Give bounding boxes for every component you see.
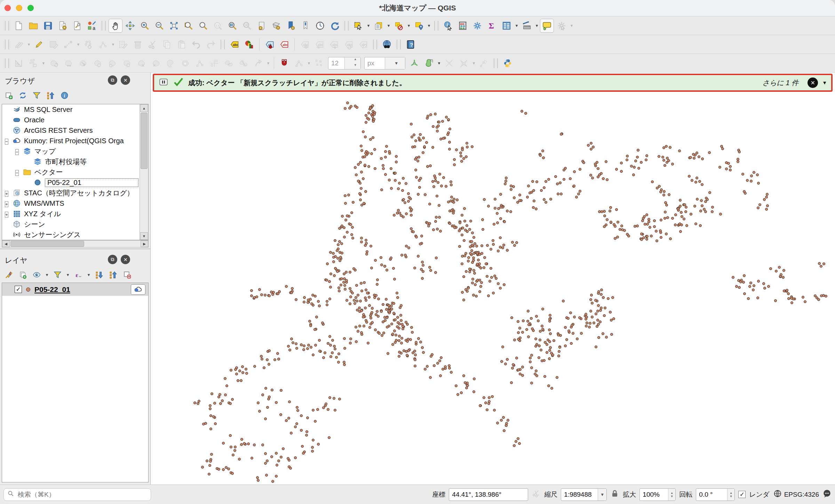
vertex-tool-dropdown-icon[interactable]: ▾ [111,42,116,47]
browser-hscrollbar[interactable]: ◀ ▶ [2,240,149,247]
redo-icon[interactable] [204,38,218,51]
snapping-mode-dropdown-icon[interactable]: ▾ [307,60,311,66]
expand-icon[interactable]: + [5,191,8,197]
new-map-view-icon[interactable] [255,19,269,33]
filter-by-expression-dropdown-icon[interactable]: ▾ [86,272,91,277]
cad-tools-icon[interactable] [12,56,26,70]
temporal-controller-icon[interactable] [313,19,327,33]
browser-tree-item-[interactable]: シーン [2,219,148,229]
move-feature-icon[interactable] [47,56,61,70]
toolbar-grip[interactable] [5,40,9,49]
browser-tree-item-[interactable]: センサーシングス [2,229,148,240]
scroll-up-icon[interactable]: ▲ [140,104,148,112]
scroll-left-icon[interactable]: ◀ [2,241,10,247]
pin-labels-diagrams-icon[interactable]: ab [263,38,277,51]
spin-arrows[interactable]: ▲▼ [668,489,675,501]
snapping-on-grid-icon[interactable] [312,56,326,70]
zoom-native-icon[interactable]: 1:1 [211,19,225,33]
collapse-all-layers-icon[interactable] [107,269,119,281]
copy-move-feature-icon[interactable] [61,56,75,70]
delete-selected-icon[interactable] [131,38,145,51]
filter-legend-icon[interactable] [51,269,63,281]
help-contents-icon[interactable]: ? [404,38,418,51]
measure-line-icon[interactable] [520,19,534,33]
delete-part-icon[interactable] [164,56,177,70]
float-icon[interactable]: ⧉ [108,255,117,264]
toolbar-grip[interactable] [434,21,438,31]
search-box[interactable] [3,488,151,501]
render-checkbox[interactable]: ✓ [738,491,746,498]
collapse-all-browser-icon[interactable] [45,89,56,101]
cut-features-icon[interactable] [145,38,159,51]
rotation-spinbox[interactable]: 0.0 ° ▲▼ [696,488,735,501]
measure-line-dropdown-icon[interactable]: ▾ [534,23,539,28]
toolbar-grip[interactable] [397,40,401,49]
snapping-intersection-icon[interactable] [442,56,456,70]
simplify-feature-icon[interactable] [90,56,104,70]
project-open-icon[interactable] [26,19,40,33]
snapping-tolerance-spinbox[interactable]: 12▲▼ [328,57,361,70]
statistical-summary-icon[interactable] [456,19,470,33]
save-layer-edits-icon[interactable] [47,38,61,51]
zoom-out-icon[interactable] [152,19,166,33]
zoom-to-layer-icon[interactable] [182,19,196,33]
processing-toolbox-icon[interactable] [470,19,484,33]
pin-unpin-labels-icon[interactable]: abc [298,38,312,51]
layer-visibility-checkbox[interactable]: ✓ [15,286,22,293]
filter-by-expression-icon[interactable]: ε [72,269,84,281]
add-part-icon[interactable] [120,56,134,70]
map-tips-icon[interactable] [540,19,554,33]
messages-bubble-icon[interactable] [822,489,832,500]
snapping-mode-icon[interactable] [292,56,306,70]
split-parts-icon[interactable] [207,56,221,70]
add-group-icon[interactable] [17,269,29,281]
add-ring-icon[interactable] [105,56,119,70]
split-features-icon[interactable] [193,56,207,70]
search-input[interactable] [17,490,147,499]
delete-ring-icon[interactable] [149,56,163,70]
paste-features-icon[interactable] [175,38,189,51]
trim-extend-dropdown-icon[interactable]: ▾ [471,60,476,66]
select-by-location-dropdown-icon[interactable]: ▾ [427,23,431,28]
deselect-features-dropdown-icon[interactable]: ▾ [406,23,411,28]
deselect-features-icon[interactable] [392,19,406,33]
run-feature-action-dropdown-icon[interactable]: ▾ [569,23,574,28]
digitize-with-segment-icon[interactable] [61,38,75,51]
scroll-right-icon[interactable]: ▶ [141,241,148,247]
modify-attributes-icon[interactable] [116,38,130,51]
browser-tree-item-arcgisrestservers[interactable]: ArcGIS REST Servers [2,125,148,136]
expand-icon[interactable]: + [5,201,8,207]
zoom-in-icon[interactable] [138,19,152,33]
python-console-icon[interactable] [501,56,515,70]
toolbar-grip[interactable] [102,21,106,31]
select-by-location-icon[interactable] [412,19,426,33]
layer-diagram-options-icon[interactable] [242,38,256,51]
extents-icon[interactable] [532,489,541,500]
vscroll-thumb[interactable] [141,113,148,169]
highlight-unplaced-labels-icon[interactable]: abc [277,38,291,51]
hscroll-thumb[interactable] [10,241,84,247]
reshape-features-icon[interactable] [178,56,192,70]
close-icon[interactable]: ✕ [121,75,130,85]
zoom-to-selection-icon[interactable] [196,19,210,33]
toolbar-grip[interactable] [5,21,9,31]
topological-editing-icon[interactable] [407,56,421,70]
advanced-digitizing-dropdown-icon[interactable]: ▾ [41,60,46,66]
toolbar-grip[interactable] [221,40,225,49]
trim-extend-icon[interactable] [457,56,471,70]
crs-indicator[interactable]: EPSG:4326 [784,491,819,498]
expand-all-layers-icon[interactable] [93,269,105,281]
scale-combobox[interactable]: 1:989488 ▼ [561,488,607,501]
open-attribute-table-dropdown-icon[interactable]: ▾ [514,23,519,28]
merge-attributes-icon[interactable] [237,56,250,70]
manage-visibility-dropdown-icon[interactable]: ▾ [45,272,49,277]
layer-labeling-options-icon[interactable]: abc [228,38,241,51]
pan-map-icon[interactable] [109,19,122,33]
filter-browser-icon[interactable] [31,89,42,101]
rotate-feature-icon[interactable] [76,56,90,70]
toolbar-grip[interactable] [5,58,9,68]
map-canvas[interactable]: 成功: ベクター 「新規スクラッチレイヤ」が正常に削除されました。 さらに 1 … [151,73,835,485]
show-spatial-bookmarks-icon[interactable] [299,19,312,33]
collapse-icon[interactable]: − [15,149,19,155]
browser-tree-item-oracle[interactable]: Oracle [2,115,148,125]
